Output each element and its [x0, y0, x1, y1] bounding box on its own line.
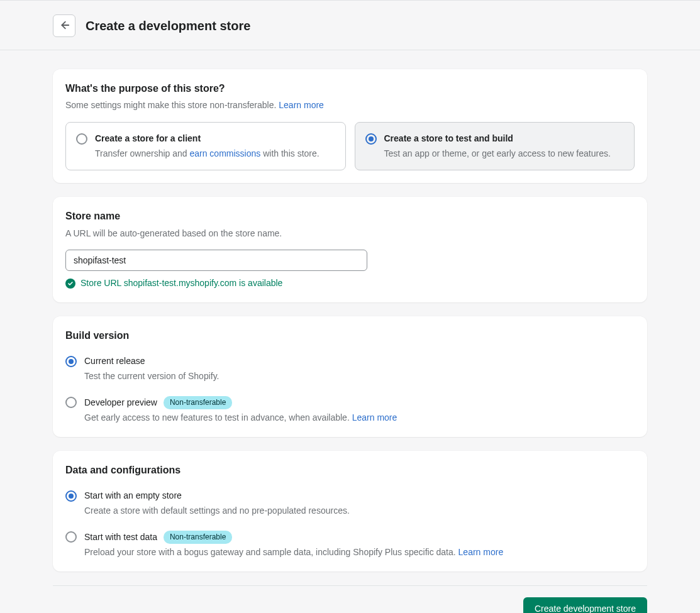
purpose-option-title: Create a store to test and build: [384, 133, 611, 145]
radio-icon: [76, 133, 87, 145]
build-option-title: Current release: [84, 355, 635, 368]
build-version-card: Build version Current release Test the c…: [53, 316, 647, 437]
page-header: Create a development store: [0, 0, 700, 50]
arrow-left-icon: [58, 19, 70, 33]
build-version-heading: Build version: [65, 329, 635, 343]
earn-commissions-link[interactable]: earn commissions: [189, 148, 260, 158]
build-option-desc: Test the current version of Shopify.: [84, 370, 635, 383]
store-name-input[interactable]: [65, 250, 367, 271]
purpose-option-desc: Test an app or theme, or get early acces…: [384, 148, 611, 160]
radio-icon: [65, 356, 77, 367]
create-development-store-button[interactable]: Create development store: [523, 597, 647, 613]
page-footer: Create development store: [53, 585, 647, 613]
check-circle-icon: [65, 279, 75, 289]
page-title: Create a development store: [86, 17, 250, 35]
data-option-test-data[interactable]: Start with test data Non-transferable Pr…: [65, 527, 635, 558]
data-option-empty-store[interactable]: Start with an empty store Create a store…: [65, 486, 635, 517]
store-name-heading: Store name: [65, 209, 635, 223]
purpose-option-test-build[interactable]: Create a store to test and build Test an…: [355, 122, 635, 170]
store-name-subtext: A URL will be auto-generated based on th…: [65, 228, 635, 240]
purpose-card: What's the purpose of this store? Some s…: [53, 69, 647, 183]
store-url-availability-text: Store URL shopifast-test.myshopify.com i…: [81, 277, 282, 290]
data-option-desc: Preload your store with a bogus gateway …: [84, 546, 635, 559]
data-option-title: Start with test data: [84, 531, 157, 544]
radio-icon: [365, 133, 377, 145]
data-config-heading: Data and configurations: [65, 463, 635, 477]
purpose-option-desc: Transfer ownership and earn commissions …: [95, 148, 319, 160]
build-option-developer-preview[interactable]: Developer preview Non-transferable Get e…: [65, 392, 635, 424]
purpose-option-client[interactable]: Create a store for a client Transfer own…: [65, 122, 346, 170]
purpose-subtext-text: Some settings might make this store non-…: [65, 100, 279, 110]
radio-icon: [65, 490, 77, 502]
purpose-learn-more-link[interactable]: Learn more: [279, 100, 324, 110]
purpose-heading: What's the purpose of this store?: [65, 82, 635, 96]
back-button[interactable]: [53, 14, 75, 37]
build-option-desc: Get early access to new features to test…: [84, 412, 635, 424]
non-transferable-badge: Non-transferable: [164, 396, 232, 409]
data-option-desc: Create a store with default settings and…: [84, 505, 635, 517]
purpose-subtext: Some settings might make this store non-…: [65, 99, 635, 112]
build-option-current-release[interactable]: Current release Test the current version…: [65, 351, 635, 382]
test-data-learn-more-link[interactable]: Learn more: [458, 547, 504, 557]
purpose-option-title: Create a store for a client: [95, 133, 319, 145]
data-option-title: Start with an empty store: [84, 490, 635, 502]
store-url-availability: Store URL shopifast-test.myshopify.com i…: [65, 277, 635, 290]
store-name-card: Store name A URL will be auto-generated …: [53, 197, 647, 302]
non-transferable-badge: Non-transferable: [164, 531, 232, 544]
developer-preview-learn-more-link[interactable]: Learn more: [352, 412, 397, 422]
build-option-title: Developer preview: [84, 397, 157, 409]
data-config-card: Data and configurations Start with an em…: [53, 451, 647, 572]
radio-icon: [65, 397, 77, 408]
radio-icon: [65, 531, 77, 543]
